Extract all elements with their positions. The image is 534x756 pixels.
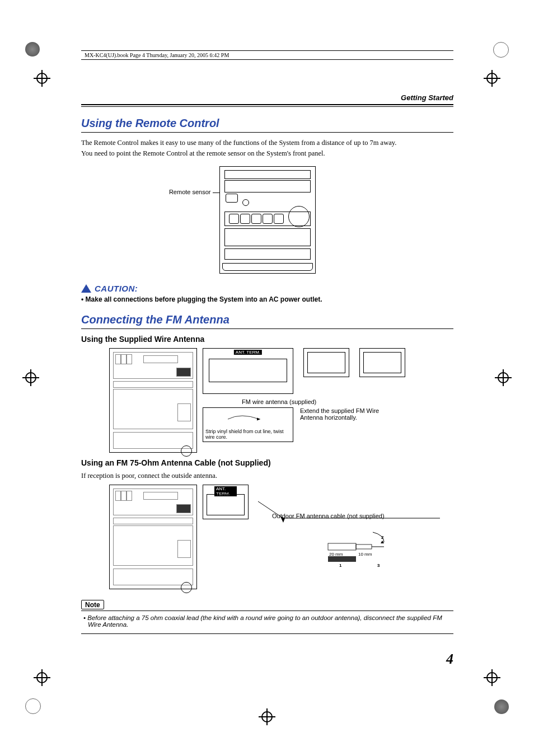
- note-badge: Note: [81, 600, 104, 609]
- rule-thin: [81, 633, 453, 634]
- stereo-rear-panel-icon: [109, 348, 197, 453]
- svg-rect-3: [328, 556, 356, 562]
- registration-mark-icon: [484, 70, 500, 87]
- caution-bullet: • Make all connections before plugging t…: [81, 295, 453, 303]
- crop-dot-icon: [494, 699, 509, 714]
- crop-dot-icon: [25, 42, 40, 57]
- subheading-75ohm: Using an FM 75-Ohm Antenna Cable (not Su…: [81, 458, 453, 467]
- section-underline: [81, 132, 453, 133]
- figure-wire-antenna: ANT. TERM. FM wire antenna (supplied): [109, 348, 453, 453]
- figure-75ohm-antenna: ANT. TERM. Outdoor FM antenna cable (not…: [109, 485, 453, 589]
- step-number: 2: [381, 535, 383, 540]
- warning-triangle-icon: [81, 284, 91, 293]
- dim-label: 20 mm: [329, 552, 343, 557]
- crop-dot-icon: [493, 42, 509, 58]
- terminal-step-icon: [303, 348, 349, 377]
- rule-thin: [81, 106, 453, 107]
- caution-heading: CAUTION:: [81, 284, 453, 293]
- note-text: • Before attaching a 75 ohm coaxial lead…: [81, 614, 453, 628]
- registration-mark-icon: [259, 708, 275, 725]
- book-metadata-line: MX-KC4(UJ).book Page 4 Thursday, January…: [81, 50, 453, 60]
- dim-label: 10 mm: [358, 552, 372, 557]
- registration-mark-icon: [34, 669, 50, 686]
- rule-thick: [81, 104, 453, 105]
- callout-extend: Extend the supplied FM Wire Antenna hori…: [300, 407, 390, 421]
- stereo-rear-panel-icon: [109, 485, 197, 589]
- body-text: If reception is poor, connect the outsid…: [81, 472, 453, 480]
- caption-strip: Strip vinyl shield from cut line, twist …: [205, 429, 291, 440]
- registration-mark-icon: [34, 70, 50, 87]
- terminal-step-icon: [359, 348, 405, 377]
- section-underline: [81, 328, 453, 329]
- step-number: 1: [339, 563, 341, 568]
- stereo-front-panel-icon: [219, 166, 316, 274]
- section-heading-antenna: Connecting the FM Antenna: [81, 313, 453, 326]
- caution-label: CAUTION:: [95, 284, 138, 293]
- registration-mark-icon: [484, 669, 500, 686]
- registration-mark-icon: [22, 369, 39, 386]
- registration-mark-icon: [495, 369, 512, 386]
- note-separator: [81, 611, 453, 611]
- svg-rect-1: [356, 544, 372, 549]
- section-heading-remote: Using the Remote Control: [81, 117, 453, 130]
- body-text: You need to point the Remote Control at …: [81, 149, 453, 158]
- crop-dot-icon: [25, 698, 41, 714]
- wire-strip-icon: Strip vinyl shield from cut line, twist …: [203, 407, 293, 442]
- subheading-wire-antenna: Using the Supplied Wire Antenna: [81, 335, 453, 344]
- page-number: 4: [81, 651, 453, 668]
- callout-remote-sensor: Remote sensor: [155, 189, 211, 195]
- terminal-closeup-icon: ANT. TERM.: [203, 348, 293, 394]
- terminal-closeup-icon: ANT. TERM.: [203, 485, 249, 519]
- running-header: Getting Started: [81, 93, 453, 102]
- step-number: 3: [377, 563, 380, 568]
- svg-rect-0: [328, 543, 356, 550]
- callout-fm-wire: FM wire antenna (supplied): [242, 398, 444, 405]
- body-text: The Remote Control makes it easy to use …: [81, 138, 453, 148]
- figure-stereo-front: Remote sensor: [81, 164, 453, 276]
